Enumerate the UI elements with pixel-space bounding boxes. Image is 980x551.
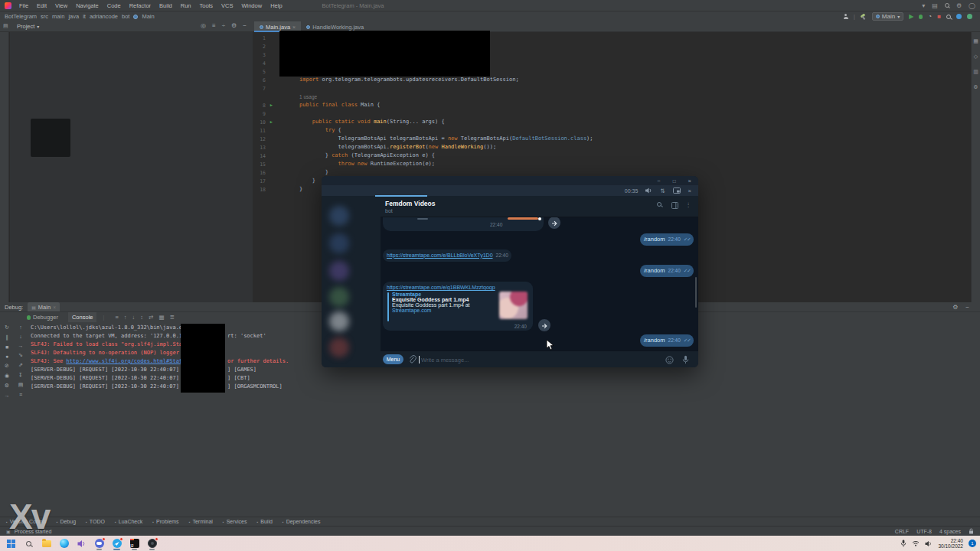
step-action-icon[interactable]: ↧ <box>18 372 23 378</box>
audio-player-bar[interactable]: 00:35 ⇅ × <box>322 185 698 196</box>
step-action-icon[interactable]: ≡ <box>19 392 22 397</box>
tool-window-button[interactable]: ▪ Dependencies <box>283 519 321 524</box>
build-hammer-icon[interactable] <box>861 14 867 20</box>
chat-area[interactable]: 22:40 /random 22:40 ✓✓ https://streamtap… <box>381 197 698 350</box>
command-text[interactable]: /random <box>644 267 665 274</box>
console-toolbar-icon[interactable]: ↕ <box>140 314 143 321</box>
close-button[interactable]: × <box>688 178 691 184</box>
voice-record-icon[interactable] <box>682 355 689 364</box>
streamtape-link[interactable]: https://streamtape.com/e/g1BBWKLMzztqoqp <box>387 285 495 290</box>
forward-button[interactable] <box>538 319 550 331</box>
incoming-message-bubble[interactable]: https://streamtape.com/e/BLLbBloVeXTy1D0… <box>383 249 511 262</box>
chat-header[interactable]: Femdom Videos bot ⋮ <box>381 197 698 217</box>
preview-domain-link[interactable]: Streamtape.com <box>392 308 470 313</box>
close-icon[interactable]: × <box>292 24 296 30</box>
incoming-preview-bubble[interactable]: https://streamtape.com/e/g1BBWKLMzztqoqp… <box>383 282 533 331</box>
debug-header-icon[interactable]: ⚙ <box>952 304 958 311</box>
breadcrumb-item[interactable]: adriancode <box>90 13 118 20</box>
breadcrumb-item[interactable]: Main <box>142 13 154 20</box>
run-gutter-icon[interactable]: ▶ <box>268 101 275 109</box>
search-icon[interactable] <box>945 3 949 8</box>
database-icon[interactable]: ⚙ <box>973 84 978 90</box>
playback-order-icon[interactable]: ⇅ <box>660 187 665 194</box>
lock-icon[interactable] <box>969 528 974 534</box>
breadcrumb-item[interactable]: java <box>68 13 79 20</box>
breadcrumb-item[interactable]: bot <box>122 13 129 20</box>
minimize-button[interactable]: − <box>657 178 660 184</box>
taskbar-clock[interactable]: 22:40 30/10/2022 <box>938 538 963 549</box>
menu-dots-icon[interactable]: ⋮ <box>686 201 692 208</box>
start-button[interactable] <box>5 537 17 550</box>
debug-action-icon[interactable]: ∥ <box>5 334 8 341</box>
step-action-icon[interactable]: ↓ <box>19 334 22 339</box>
telegram-button[interactable] <box>111 537 122 550</box>
line-ending-indicator[interactable]: CRLF <box>895 529 909 534</box>
outgoing-message-bubble[interactable]: /random 22:40 ✓✓ <box>640 265 694 277</box>
menu-item[interactable]: Edit <box>36 2 47 9</box>
menubar-icon[interactable]: ⚙ <box>956 2 962 9</box>
encoding-indicator[interactable]: UTF-8 <box>916 529 932 534</box>
usages-annotation[interactable]: 1 usage <box>299 94 317 99</box>
tool-window-button[interactable]: ▪ Build <box>256 519 272 524</box>
taskbar-search-button[interactable] <box>23 537 34 550</box>
tab-console[interactable]: Console <box>68 312 97 322</box>
tray-volume-icon[interactable] <box>925 540 933 547</box>
chat-scrollbar[interactable] <box>695 277 697 308</box>
menubar-icon[interactable]: ▤ <box>932 2 938 9</box>
seek-knob[interactable] <box>538 217 541 220</box>
panel-icon[interactable]: ÷ <box>222 22 225 29</box>
indent-indicator[interactable]: 4 spaces <box>939 529 961 534</box>
step-action-icon[interactable]: ⇘ <box>18 352 23 358</box>
menu-item[interactable]: Refactor <box>129 2 152 9</box>
breadcrumb-item[interactable]: main <box>52 13 64 20</box>
telegram-titlebar[interactable]: − □ × <box>322 176 698 185</box>
tool-window-button[interactable]: ▪ Debug <box>57 519 76 524</box>
debug-action-icon[interactable]: ■ <box>5 344 8 350</box>
attach-icon[interactable] <box>408 355 416 364</box>
debug-action-icon[interactable]: → <box>5 393 10 398</box>
sidebar-toggle-icon[interactable] <box>671 202 678 209</box>
notification-center-badge[interactable]: 1 <box>969 540 976 547</box>
maven-icon[interactable]: ▥ <box>973 69 978 75</box>
breadcrumb-item[interactable]: BotTelegram <box>5 13 37 20</box>
tool-window-button[interactable]: ▪ Terminal <box>189 519 213 524</box>
console-toolbar-icon[interactable]: ↓ <box>132 314 136 321</box>
chat-search-icon[interactable] <box>657 202 662 207</box>
outgoing-message-bubble[interactable]: /random 22:40 ✓✓ <box>640 334 694 347</box>
menu-item[interactable]: View <box>54 2 68 9</box>
file-explorer-button[interactable] <box>41 537 52 550</box>
menu-item[interactable]: Tools <box>199 2 214 9</box>
project-stripe-icon[interactable]: ▤ <box>3 23 8 29</box>
stop-button[interactable]: ■ <box>937 13 941 20</box>
menu-item[interactable]: Navigate <box>75 2 100 9</box>
emoji-icon[interactable] <box>665 356 674 364</box>
debug-action-icon[interactable]: ⚙ <box>5 383 9 389</box>
preview-thumbnail[interactable] <box>499 292 528 319</box>
bot-menu-button[interactable]: Menu <box>383 354 403 364</box>
step-action-icon[interactable]: ▤ <box>18 382 24 388</box>
menubar-icon[interactable]: ▾ <box>922 2 925 9</box>
profiler-button[interactable]: ◔ <box>928 13 932 20</box>
console-toolbar-icon[interactable]: ↑ <box>124 314 127 321</box>
debug-action-icon[interactable]: ◉ <box>5 373 9 379</box>
gradle-icon[interactable]: ◇ <box>974 54 978 60</box>
debug-session-tab[interactable]: ▤ Main × <box>28 302 60 311</box>
notifications-icon[interactable]: ▦ <box>973 38 978 44</box>
code-with-me-icon[interactable] <box>967 14 972 19</box>
recorder-button[interactable] <box>146 537 158 550</box>
edge-button[interactable] <box>58 537 70 550</box>
volume-icon[interactable] <box>645 187 652 194</box>
message-input[interactable]: Write a message... <box>421 357 469 364</box>
chat-list[interactable] <box>322 197 381 367</box>
breadcrumb-item[interactable]: it <box>83 13 86 20</box>
collaborate-icon[interactable] <box>844 14 848 19</box>
forward-button[interactable] <box>548 217 560 229</box>
tool-window-button[interactable]: ▪ LuaCheck <box>115 519 142 524</box>
debug-action-icon[interactable]: ● <box>5 354 8 359</box>
run-button[interactable]: ▶ <box>909 13 913 20</box>
console-toolbar-icon[interactable]: ⇄ <box>149 314 153 321</box>
outgoing-message-bubble[interactable]: /random 22:40 ✓✓ <box>640 233 694 246</box>
run-gutter-icon[interactable]: ▶ <box>268 118 275 126</box>
menu-item[interactable]: Build <box>158 2 173 9</box>
step-action-icon[interactable]: ⇗ <box>18 362 23 368</box>
